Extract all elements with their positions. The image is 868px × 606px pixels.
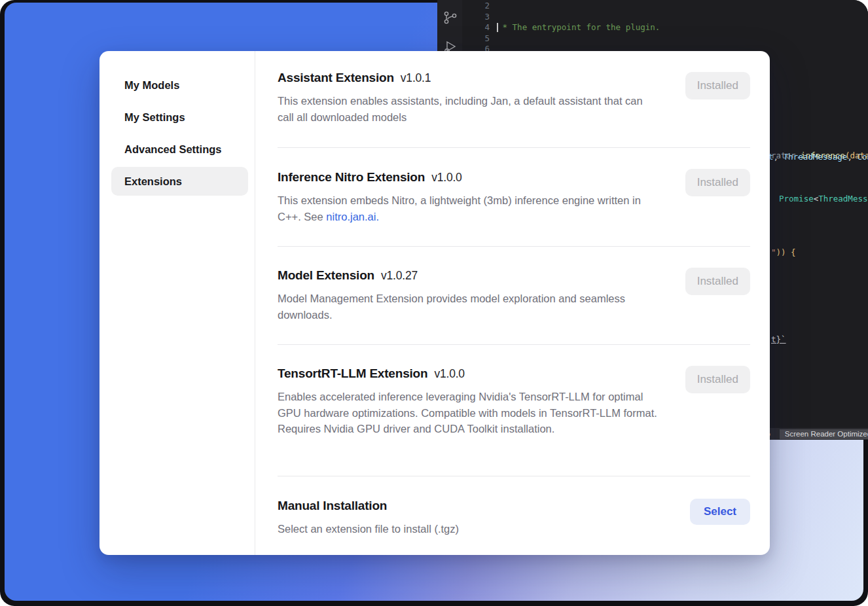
sidebar-item-label: My Models [124, 79, 179, 92]
extension-row-tensorrt-llm: TensortRT-LLM Extensionv1.0.0 Enables ac… [278, 345, 750, 476]
extension-description: This extension embeds Nitro, a lightweig… [278, 192, 657, 224]
extension-name: Inference Nitro Extension [278, 170, 425, 184]
extension-row-assistant: Assistant Extensionv1.0.1 This extension… [278, 51, 750, 148]
code-fragment-template: t}` [771, 334, 786, 344]
extension-name: Model Extension [278, 268, 374, 282]
extensions-list: Assistant Extensionv1.0.1 This extension… [255, 51, 770, 555]
code-fragment-promise: Promise<ThreadMessage> [779, 194, 868, 204]
extension-row-inference-nitro: Inference Nitro Extensionv1.0.0 This ext… [278, 148, 750, 247]
extension-description: Model Management Extension provides mode… [278, 291, 657, 323]
manual-installation-row: Manual Installation Select an extension … [278, 476, 750, 555]
installed-button[interactable]: Installed [685, 72, 750, 99]
extension-description: This extension enables assistants, inclu… [278, 93, 657, 125]
editor-caret [497, 23, 498, 32]
settings-modal: My Models My Settings Advanced Settings … [99, 51, 770, 555]
sidebar-item-label: Extensions [124, 175, 182, 188]
code-fragment-inference: rator.inference(data)); [771, 151, 868, 160]
settings-sidebar: My Models My Settings Advanced Settings … [99, 51, 255, 555]
sidebar-item-my-settings[interactable]: My Settings [111, 103, 248, 132]
extension-version: v1.0.27 [381, 269, 418, 282]
installed-button[interactable]: Installed [685, 366, 750, 393]
source-control-icon[interactable] [443, 10, 458, 26]
extension-description: Enables accelerated inference leveraging… [278, 389, 657, 437]
dark-rounded-frame: 2 3 4 5 6 * The entrypoint for the plugi… [0, 0, 868, 606]
sidebar-item-advanced-settings[interactable]: Advanced Settings [111, 135, 248, 164]
code-fragment-brace: ")) { [771, 247, 796, 257]
code-line-2: * The entrypoint for the plugin. [497, 22, 868, 33]
sidebar-item-extensions[interactable]: Extensions [111, 167, 248, 196]
select-file-button[interactable]: Select [690, 499, 750, 525]
manual-installation-title: Manual Installation [278, 499, 387, 512]
sidebar-item-label: My Settings [124, 111, 185, 124]
extension-row-model: Model Extensionv1.0.27 Model Management … [278, 247, 750, 345]
manual-installation-description: Select an extension file to install (.tg… [278, 521, 657, 537]
sidebar-item-label: Advanced Settings [124, 143, 222, 156]
extension-name: Assistant Extension [278, 71, 394, 84]
extension-version: v1.0.0 [434, 367, 464, 380]
installed-button[interactable]: Installed [685, 169, 750, 196]
installed-button[interactable]: Installed [685, 268, 750, 295]
screenshot-stage: 2 3 4 5 6 * The entrypoint for the plugi… [0, 0, 868, 606]
extension-version: v1.0.0 [431, 171, 461, 184]
extension-version: v1.0.1 [401, 71, 431, 84]
screen-reader-status-item[interactable]: Screen Reader Optimized [780, 429, 868, 439]
line-numbers: 2 3 4 5 6 [462, 1, 490, 55]
nitro-jan-ai-link[interactable]: nitro.jan.ai. [326, 211, 379, 223]
sidebar-item-my-models[interactable]: My Models [111, 71, 248, 99]
extension-name: TensortRT-LLM Extension [278, 366, 427, 380]
